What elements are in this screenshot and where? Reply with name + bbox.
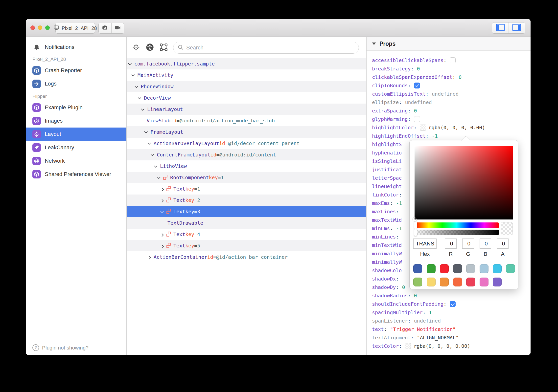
device-selector-button[interactable]: Pixel_2_API_28 xyxy=(55,23,95,34)
palette-swatch[interactable] xyxy=(453,278,462,286)
screen-record-button[interactable] xyxy=(111,23,124,33)
screenshot-button[interactable] xyxy=(99,23,111,33)
search-input[interactable] xyxy=(186,44,357,51)
attr-keyword: key xyxy=(185,186,194,192)
equals-sign: = xyxy=(194,243,197,249)
checkbox-checked[interactable] xyxy=(450,301,456,307)
chevron-down-icon[interactable] xyxy=(128,62,132,65)
tree-row-lithoview[interactable]: LithoView xyxy=(127,160,366,172)
tree-row-phonewindow[interactable]: PhoneWindow xyxy=(127,81,366,92)
minimize-button[interactable] xyxy=(38,25,42,30)
tree-row-text-5[interactable]: Text key=5 xyxy=(127,240,366,251)
hex-input[interactable] xyxy=(413,239,437,249)
chevron-right-icon[interactable] xyxy=(160,188,164,191)
chevron-right-icon[interactable] xyxy=(160,233,164,237)
checkbox-unchecked[interactable] xyxy=(450,57,456,63)
sidebar-item-notifications[interactable]: Notifications xyxy=(26,41,126,53)
accessibility-mode-button[interactable] xyxy=(145,43,154,52)
palette-swatch[interactable] xyxy=(427,264,436,273)
sidebar-item-leakcanary[interactable]: LeakCanary xyxy=(26,141,126,154)
saturation-value-gradient[interactable] xyxy=(415,146,513,219)
blue-input[interactable] xyxy=(480,239,491,249)
tree-row-com-facebook-flipper-sample[interactable]: com.facebook.flipper.sample xyxy=(127,58,366,69)
palette-swatch[interactable] xyxy=(427,278,436,286)
plugin-not-showing-link[interactable]: ? Plugin not showing? xyxy=(32,344,89,351)
props-header[interactable]: Props xyxy=(367,37,531,51)
gradient-cursor[interactable] xyxy=(413,218,417,221)
checkbox-unchecked[interactable] xyxy=(414,116,420,122)
tree-row-textdrawable[interactable]: TextDrawable xyxy=(127,217,366,229)
current-color-swatch xyxy=(501,222,513,235)
checkbox-checked[interactable] xyxy=(414,83,420,88)
alpha-slider[interactable] xyxy=(415,230,499,235)
tree-row-text-3[interactable]: Text key=3 xyxy=(127,206,366,217)
toggle-left-panel-button[interactable] xyxy=(492,22,509,33)
zoom-button[interactable] xyxy=(45,25,50,30)
close-button[interactable] xyxy=(30,25,35,30)
tree-row-contentframelayout-android-id-content[interactable]: ContentFrameLayout id=@android:id/conten… xyxy=(127,149,366,160)
sidebar-item-logs[interactable]: Logs xyxy=(26,77,126,90)
chevron-down-icon[interactable] xyxy=(154,164,157,168)
color-well[interactable] xyxy=(405,343,411,349)
palette-swatch[interactable] xyxy=(440,264,449,273)
palette-swatch[interactable] xyxy=(480,264,488,273)
palette-swatch[interactable] xyxy=(466,264,475,273)
chevron-right-icon[interactable] xyxy=(160,245,164,248)
palette-swatch[interactable] xyxy=(413,278,422,286)
select-element-button[interactable] xyxy=(159,43,168,52)
target-mode-button[interactable] xyxy=(132,43,140,52)
green-input[interactable] xyxy=(462,239,474,249)
color-well[interactable] xyxy=(420,125,426,131)
tree-row-decorview[interactable]: DecorView xyxy=(127,92,366,104)
attr-value: @android:id/action_mode_bar_stub xyxy=(179,118,275,124)
tree-row-actionbarcontainer-id-action-bar-container[interactable]: ActionBarContainer id=@id/action_bar_con… xyxy=(127,251,366,263)
chevron-down-icon[interactable] xyxy=(160,210,164,213)
prop-value: "Trigger Notification" xyxy=(390,326,456,332)
palette-swatch[interactable] xyxy=(506,264,515,273)
palette-swatch[interactable] xyxy=(440,278,449,286)
tree-row-actionbaroverlaylayout-id-decor-content-parent[interactable]: ActionBarOverlayLayout id=@id/decor_cont… xyxy=(127,138,366,149)
prop-value: -1 xyxy=(396,225,402,231)
palette-swatch[interactable] xyxy=(493,278,502,286)
palette-swatch[interactable] xyxy=(493,264,502,273)
toggle-right-panel-button[interactable] xyxy=(509,22,525,33)
tree-row-viewstub-android-id-action-mode-bar-stub[interactable]: ViewStub id=@android:id/action_mode_bar_… xyxy=(127,115,366,126)
tree-row-text-1[interactable]: Text key=1 xyxy=(127,183,366,195)
palette-swatch[interactable] xyxy=(453,264,462,273)
chevron-right-icon[interactable] xyxy=(147,256,151,260)
tree-row-mainactivity[interactable]: MainActivity xyxy=(127,69,366,81)
element-name: Text xyxy=(173,197,185,203)
titlebar: Pixel_2_API_28 xyxy=(26,19,531,37)
chevron-down-icon[interactable] xyxy=(131,73,135,77)
sidebar-item-crash-reporter[interactable]: Crash Reporter xyxy=(26,64,126,77)
tree-row-text-4[interactable]: Text key=4 xyxy=(127,229,366,240)
chevron-down-icon[interactable] xyxy=(138,96,141,99)
alpha-input[interactable] xyxy=(497,239,509,249)
palette-swatch[interactable] xyxy=(413,264,422,273)
tree-row-framelayout[interactable]: FrameLayout xyxy=(127,126,366,138)
prop-colon: : xyxy=(443,301,446,307)
chevron-down-icon[interactable] xyxy=(151,153,154,156)
tree-row-linearlayout[interactable]: LinearLayout xyxy=(127,104,366,115)
tree-row-text-2[interactable]: Text key=2 xyxy=(127,195,366,206)
sidebar-item-images[interactable]: Images xyxy=(26,114,126,128)
palette-swatch[interactable] xyxy=(480,278,488,286)
prop-value: "ALIGN_NORMAL" xyxy=(417,335,459,341)
tree-row-rootcomponent-1[interactable]: RootComponent key=1 xyxy=(127,172,366,183)
sidebar-item-shared-preferences-viewer[interactable]: Shared Preferences Viewer xyxy=(26,168,126,181)
chevron-down-icon[interactable] xyxy=(144,130,148,133)
alpha-slider-handle[interactable] xyxy=(414,229,417,236)
chevron-down-icon[interactable] xyxy=(157,175,161,179)
chevron-right-icon[interactable] xyxy=(160,199,164,203)
prop-highlightendoffset: highlightEndOffset:-1 xyxy=(367,132,531,140)
chevron-down-icon[interactable] xyxy=(135,85,138,88)
chevron-down-icon[interactable] xyxy=(147,141,151,145)
hue-slider-handle[interactable] xyxy=(414,222,417,229)
sidebar-item-network[interactable]: Network xyxy=(26,154,126,168)
red-input[interactable] xyxy=(445,239,457,249)
palette-swatch[interactable] xyxy=(466,278,475,286)
chevron-down-icon[interactable] xyxy=(141,107,144,111)
sidebar-item-layout[interactable]: Layout xyxy=(26,128,126,141)
sidebar-item-example-plugin[interactable]: Example Plugin xyxy=(26,101,126,114)
hue-slider[interactable] xyxy=(415,222,499,228)
